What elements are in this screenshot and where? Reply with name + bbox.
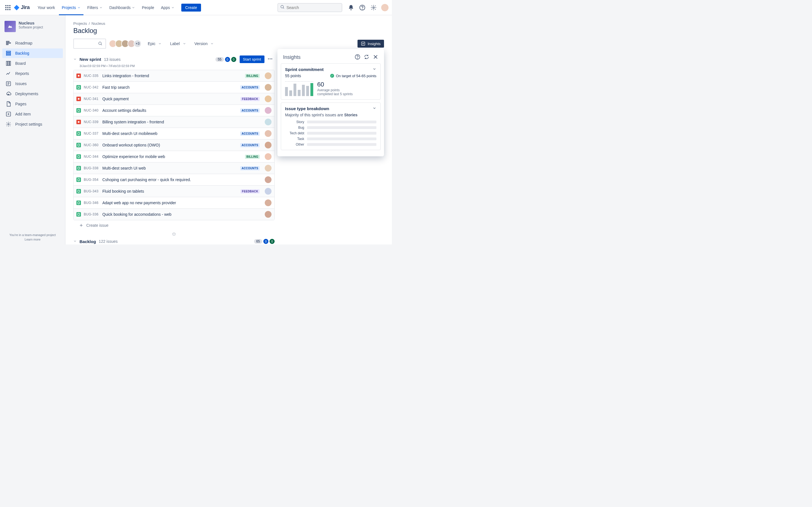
backlog-name: Backlog: [80, 239, 96, 244]
assignee-avatar[interactable]: [265, 130, 271, 137]
commitment-collapse-icon[interactable]: [372, 67, 376, 72]
issue-row[interactable]: NUC-340Account settings defaultsACCOUNTS: [73, 105, 274, 116]
issue-row[interactable]: BUG-343Fluid booking on tabletsFEEDBACK: [73, 186, 274, 197]
assignee-avatar[interactable]: [265, 211, 271, 218]
assignee-avatar[interactable]: [265, 119, 271, 125]
nav-projects[interactable]: Projects: [59, 0, 84, 15]
filter-avatar-more[interactable]: +3: [134, 40, 142, 48]
nav-filters[interactable]: Filters: [85, 0, 105, 15]
assignee-avatar[interactable]: [265, 200, 271, 206]
bug-icon: [77, 73, 81, 78]
svg-rect-19: [6, 54, 11, 55]
panel-refresh-icon[interactable]: [364, 54, 369, 61]
panel-help-icon[interactable]: [355, 54, 360, 61]
issue-row[interactable]: BUG-354Cshoping cart purchasing error - …: [73, 174, 274, 186]
assignee-avatar[interactable]: [265, 96, 271, 102]
issue-row[interactable]: BUG-346Adapt web app no new payments pro…: [73, 197, 274, 209]
user-avatar[interactable]: [381, 4, 389, 11]
issue-row[interactable]: NUC-337Multi-dest search UI mobilewebACC…: [73, 128, 274, 139]
nav-people[interactable]: People: [139, 0, 157, 15]
drag-divider[interactable]: [73, 232, 274, 236]
sprint-bar: [310, 83, 313, 96]
insights-button[interactable]: Insights: [357, 40, 384, 48]
story-icon: [77, 85, 81, 90]
label-filter[interactable]: Label: [168, 41, 188, 46]
insights-panel: Insights Sprint commitment 55 points ✓ O…: [277, 49, 384, 156]
issue-row[interactable]: NUC-341Quick paymentFEEDBACK: [73, 93, 274, 105]
add-icon: [6, 111, 11, 117]
issue-title: Fluid booking on tablets: [102, 189, 144, 193]
main-content: Projects / Nucleus Backlog +3 Epic Label…: [65, 15, 392, 244]
issue-breakdown-card: Issue type breakdown Majority of this sp…: [281, 103, 380, 150]
learn-more-link[interactable]: Learn more: [3, 238, 62, 241]
nav-your-work[interactable]: Your work: [35, 0, 58, 15]
breadcrumb-project[interactable]: Nucleus: [92, 21, 105, 25]
create-issue-row[interactable]: Create issue: [73, 220, 274, 230]
assignee-avatar[interactable]: [265, 84, 271, 91]
app-switcher-icon[interactable]: [3, 3, 12, 12]
story-icon: [77, 177, 81, 182]
assignee-avatar[interactable]: [265, 72, 271, 79]
start-sprint-button[interactable]: Start sprint: [240, 55, 264, 63]
svg-point-32: [78, 75, 80, 76]
backlog-search[interactable]: [73, 39, 106, 49]
sidebar-item-issues[interactable]: Issues: [2, 79, 63, 89]
issue-row[interactable]: NUC-335Links integration - frontendBILLI…: [73, 70, 274, 82]
backlog-toggle[interactable]: [73, 239, 77, 244]
search-input[interactable]: [287, 5, 340, 10]
jira-logo[interactable]: Jira: [13, 4, 30, 11]
sidebar-item-pages[interactable]: Pages: [2, 99, 63, 109]
svg-rect-18: [6, 53, 11, 54]
breadcrumb-projects[interactable]: Projects: [73, 21, 87, 25]
notifications-icon[interactable]: [347, 4, 355, 11]
project-icon: [4, 21, 16, 32]
sprint-more-icon[interactable]: [266, 55, 274, 64]
issue-row[interactable]: NUC-342Fast trip searchACCOUNTS: [73, 82, 274, 93]
assignee-avatars[interactable]: +3: [110, 40, 142, 48]
issue-title: Cshoping cart purchasing error - quick f…: [102, 177, 191, 182]
issue-tag: ACCOUNTS: [240, 108, 260, 113]
svg-rect-17: [6, 51, 11, 52]
sidebar-item-project-settings[interactable]: Project settings: [2, 119, 63, 129]
search-box[interactable]: [277, 3, 342, 12]
issue-title: Quick booking for accomodations - web: [102, 212, 171, 217]
sidebar-item-board[interactable]: Board: [2, 59, 63, 68]
svg-rect-1: [7, 5, 8, 6]
assignee-avatar[interactable]: [265, 176, 271, 183]
issue-row[interactable]: BUG-336Quick booking for accomodations -…: [73, 209, 274, 220]
assignee-avatar[interactable]: [265, 142, 271, 149]
sidebar-item-add-item[interactable]: Add item: [2, 109, 63, 119]
issue-row[interactable]: NUC-344Optimize experience for mobile we…: [73, 151, 274, 163]
sidebar-item-reports[interactable]: Reports: [2, 69, 63, 78]
breakdown-row: Story: [285, 120, 376, 124]
version-filter[interactable]: Version: [192, 41, 216, 46]
assignee-avatar[interactable]: [265, 153, 271, 160]
epic-filter[interactable]: Epic: [146, 41, 164, 46]
sidebar-item-roadmap[interactable]: Roadmap: [2, 38, 63, 48]
issue-key: NUC-340: [84, 108, 100, 112]
issue-row[interactable]: NUC-339Billing system integration - fron…: [73, 116, 274, 128]
create-button[interactable]: Create: [181, 4, 201, 11]
sprint-bar: [298, 90, 301, 96]
panel-close-icon[interactable]: [373, 54, 378, 61]
project-name: Nucleus: [18, 21, 43, 25]
svg-point-30: [269, 58, 270, 59]
nav-apps[interactable]: Apps: [158, 0, 177, 15]
assignee-avatar[interactable]: [265, 188, 271, 194]
breakdown-collapse-icon[interactable]: [372, 106, 376, 111]
nav-dashboards[interactable]: Dashboards: [107, 0, 138, 15]
help-icon[interactable]: [359, 4, 366, 11]
issue-row[interactable]: NUC-360Onboard workout options (OWO)ACCO…: [73, 139, 274, 151]
settings-icon[interactable]: [370, 4, 377, 11]
top-nav: Your workProjectsFiltersDashboardsPeople…: [35, 0, 177, 15]
issue-title: Quick payment: [102, 97, 129, 101]
issue-row[interactable]: BUG-338Multi-dest search UI webACCOUNTS: [73, 163, 274, 174]
issue-key: BUG-354: [84, 178, 100, 182]
backlog-points: 65: [254, 239, 262, 244]
sidebar-item-deployments[interactable]: Deployments: [2, 89, 63, 99]
svg-rect-8: [9, 9, 10, 10]
assignee-avatar[interactable]: [265, 165, 271, 172]
assignee-avatar[interactable]: [265, 107, 271, 114]
sidebar-item-backlog[interactable]: Backlog: [2, 48, 63, 58]
sprint-toggle[interactable]: [73, 57, 77, 62]
